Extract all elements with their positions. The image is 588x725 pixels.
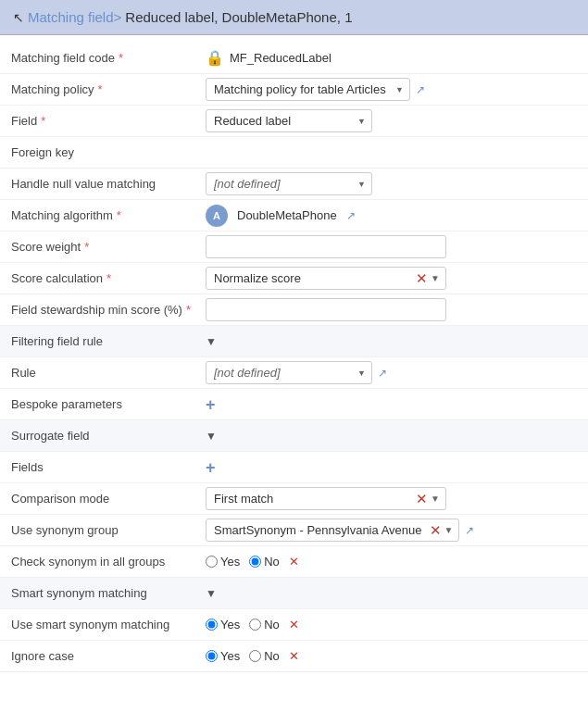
check-synonym-yes-radio[interactable] [206,556,218,568]
label-surrogate-field: Surrogate field [11,429,206,443]
page-header: ↖ Matching field> Reduced label, DoubleM… [0,0,588,35]
handle-null-select-wrap[interactable]: [not defined] [206,172,372,195]
external-link-icon-rule[interactable]: ↗ [378,367,387,380]
row-field-stewardship: Field stewardship min score (%) * 100 [0,294,588,326]
row-foreign-key: Foreign key [0,137,588,169]
clear-comparison-icon[interactable]: ✕ [416,492,428,506]
algo-icon: A [206,205,228,227]
matching-policy-select-wrap[interactable]: Matching policy for table Articles [206,78,410,101]
value-fields-surrogate: + [206,459,577,476]
rule-select-wrap[interactable]: [not defined] [206,361,372,384]
matching-policy-select[interactable]: Matching policy for table Articles [206,78,410,101]
row-use-smart-synonym: Use smart synonym matching Yes No ✕ [0,609,588,641]
ignore-case-no-label[interactable]: No [249,649,280,663]
label-comparison-mode: Comparison mode [11,492,206,506]
row-surrogate-field: Surrogate field ▼ [0,420,588,452]
header-title: Reduced label, DoubleMetaPhone, 1 [125,9,352,25]
label-filtering-field-rule: Filtering field rule [11,334,206,348]
label-smart-synonym-matching: Smart synonym matching [11,586,206,600]
dropdown-arrow-sc[interactable]: ▼ [431,273,440,283]
label-check-synonym: Check synonym in all groups [11,555,206,569]
fields-surrogate-add-button[interactable]: + [206,459,216,476]
check-synonym-radio-group: Yes No ✕ [206,555,299,569]
label-ignore-case: Ignore case [11,649,206,663]
breadcrumb[interactable]: Matching field> [28,9,121,25]
clear-check-synonym-icon[interactable]: ✕ [289,556,299,568]
row-matching-algorithm: Matching algorithm * A DoubleMetaPhone ↗ [0,200,588,231]
external-link-icon-policy[interactable]: ↗ [416,83,425,96]
form-content: Matching field code * 🔒 MF_ReducedLabel … [0,35,588,680]
collapse-arrow-filtering[interactable]: ▼ [206,335,217,348]
row-use-synonym-group: Use synonym group SmartSynonym - Pennsyl… [0,515,588,546]
comparison-mode-wrap[interactable]: First match ✕ ▼ [206,487,446,510]
value-filtering-field-rule: ▼ [206,335,577,348]
rule-select[interactable]: [not defined] [206,361,372,384]
use-smart-synonym-no-radio[interactable] [249,619,261,631]
ignore-case-radio-group: Yes No ✕ [206,649,299,663]
use-smart-synonym-yes-radio[interactable] [206,619,218,631]
value-bespoke-parameters: + [206,396,577,413]
required-star-algo: * [117,208,121,222]
ignore-case-yes-radio[interactable] [206,650,218,662]
label-use-synonym-group: Use synonym group [11,523,206,537]
field-select[interactable]: Reduced label [206,109,372,132]
value-check-synonym: Yes No ✕ [206,555,577,569]
clear-synonym-icon[interactable]: ✕ [430,523,442,537]
comparison-mode-icons: ✕ ▼ [416,492,445,506]
clear-use-smart-synonym-icon[interactable]: ✕ [289,619,299,631]
row-ignore-case: Ignore case Yes No ✕ [0,641,588,672]
row-check-synonym: Check synonym in all groups Yes No ✕ [0,546,588,578]
value-field: Reduced label [206,109,577,132]
value-comparison-mode: First match ✕ ▼ [206,487,577,510]
value-handle-null: [not defined] [206,172,577,195]
row-bespoke-parameters: Bespoke parameters + [0,389,588,420]
synonym-icons: ✕ ▼ [430,523,459,537]
label-field-stewardship: Field stewardship min score (%) * [11,303,206,317]
row-fields-surrogate: Fields + [0,452,588,483]
ignore-case-yes-label[interactable]: Yes [206,649,240,663]
use-smart-synonym-radio-group: Yes No ✕ [206,618,299,631]
check-synonym-no-radio[interactable] [249,556,261,568]
collapse-arrow-surrogate[interactable]: ▼ [206,430,217,443]
score-calc-icons: ✕ ▼ [416,271,445,285]
value-field-stewardship: 100 [206,298,577,321]
collapse-arrow-smart-synonym[interactable]: ▼ [206,587,217,600]
use-smart-synonym-yes-label[interactable]: Yes [206,618,240,631]
row-comparison-mode: Comparison mode First match ✕ ▼ [0,483,588,515]
row-matching-field-code: Matching field code * 🔒 MF_ReducedLabel [0,43,588,74]
label-rule: Rule [11,366,206,380]
value-rule: [not defined] ↗ [206,361,577,384]
score-calc-wrap[interactable]: Normalize score ✕ ▼ [206,267,446,290]
required-star-sc: * [106,271,111,285]
row-filtering-field-rule: Filtering field rule ▼ [0,326,588,357]
external-link-icon-algo[interactable]: ↗ [346,209,356,222]
value-score-calculation: Normalize score ✕ ▼ [206,267,577,290]
dropdown-arrow-syn[interactable]: ▼ [444,525,454,535]
label-matching-field-code: Matching field code * [11,51,206,65]
value-matching-field-code: 🔒 MF_ReducedLabel [206,49,577,67]
field-select-wrap[interactable]: Reduced label [206,109,372,132]
required-star: * [119,51,123,65]
cursor-icon: ↖ [13,10,24,25]
required-star-fs: * [186,303,191,317]
ignore-case-no-radio[interactable] [249,650,261,662]
required-star-field: * [41,114,45,128]
synonym-group-wrap[interactable]: SmartSynonym - Pennsylvania Avenue ✕ ▼ [206,519,459,542]
row-score-weight: Score weight * 1 [0,231,588,263]
label-bespoke-parameters: Bespoke parameters [11,397,206,411]
clear-ignore-case-icon[interactable]: ✕ [289,650,299,662]
field-stewardship-input[interactable]: 100 [206,298,446,321]
score-weight-input[interactable]: 1 [206,235,446,258]
row-handle-null: Handle null value matching [not defined] [0,169,588,200]
external-link-icon-synonym[interactable]: ↗ [465,524,474,537]
use-smart-synonym-no-label[interactable]: No [249,618,280,631]
value-surrogate-field: ▼ [206,430,577,443]
dropdown-arrow-cm[interactable]: ▼ [431,494,440,504]
bespoke-add-button[interactable]: + [206,396,216,413]
handle-null-select[interactable]: [not defined] [206,172,372,195]
required-star-policy: * [98,82,103,96]
clear-score-calc-icon[interactable]: ✕ [416,271,428,285]
check-synonym-yes-label[interactable]: Yes [206,555,240,569]
label-matching-policy: Matching policy * [11,82,206,96]
check-synonym-no-label[interactable]: No [249,555,280,569]
